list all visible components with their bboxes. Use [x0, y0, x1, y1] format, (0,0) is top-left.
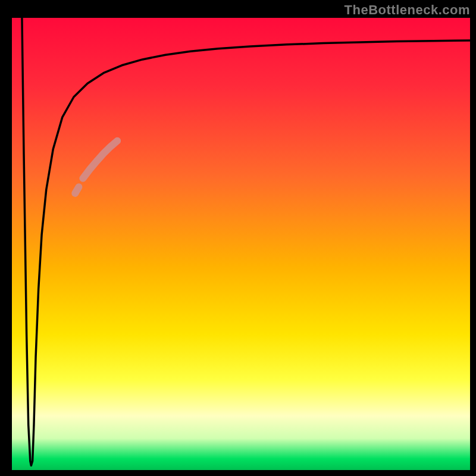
gradient-background [12, 18, 470, 470]
frame-border [0, 470, 476, 476]
frame-border [470, 0, 476, 476]
chart-container: TheBottleneck.com [0, 0, 476, 476]
highlight-dot-lower [75, 187, 79, 193]
frame-border [0, 0, 12, 476]
watermark-text: TheBottleneck.com [345, 2, 470, 18]
bottleneck-curve-chart [0, 0, 476, 476]
